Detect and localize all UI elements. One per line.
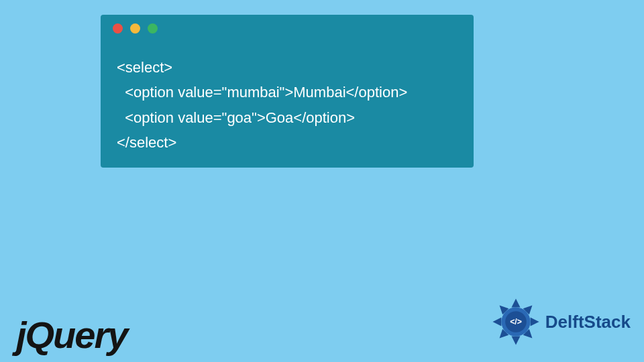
close-icon [113,23,123,34]
maximize-icon [148,23,158,34]
delftstack-text: DelftStack [545,312,631,333]
svg-marker-2 [530,318,539,326]
delftstack-logo: </> DelftStack [492,298,631,346]
svg-text:</>: </> [510,317,522,326]
svg-marker-6 [492,318,501,326]
code-snippet: <select> <option value="mumbai">Mumbai</… [101,42,474,162]
minimize-icon [130,23,140,34]
delftstack-badge-icon: </> [492,298,540,346]
jquery-logo: jQuery [16,313,127,357]
window-titlebar [101,15,474,42]
svg-marker-4 [511,337,520,345]
svg-marker-0 [511,298,520,307]
code-window: <select> <option value="mumbai">Mumbai</… [101,15,474,168]
